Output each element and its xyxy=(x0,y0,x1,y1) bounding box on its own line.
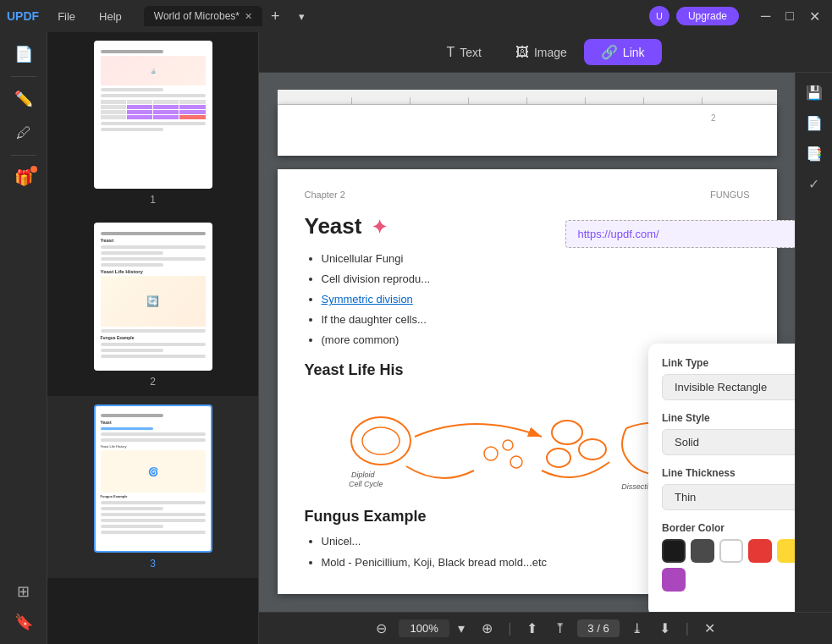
thumb-line xyxy=(101,128,163,131)
left-sidebar: 📄 ✏️ 🖊 🎁 ⊞ 🔖 xyxy=(0,32,47,644)
rt-pdf-icon[interactable]: 📄 xyxy=(800,110,829,135)
page-up-button[interactable]: ⬆ xyxy=(521,617,543,640)
svg-point-0 xyxy=(351,417,410,465)
pdf-viewer[interactable]: 2 Chapter 2 FUNGUS Yeast xyxy=(259,73,795,612)
svg-point-1 xyxy=(362,427,399,454)
sidebar-icon-edit[interactable]: ✏️ xyxy=(7,84,41,114)
thumb-line xyxy=(101,438,206,442)
thumb-table xyxy=(101,100,206,119)
color-swatch-purple[interactable] xyxy=(662,568,686,592)
link-url-bar[interactable]: https://updf.com/ xyxy=(565,220,796,248)
color-swatch-yellow[interactable] xyxy=(777,539,795,563)
link-popup: Link Type Invisible RectangleVisible Rec… xyxy=(648,344,795,612)
sidebar-icon-doc[interactable]: 📄 xyxy=(7,39,41,69)
close-tab-icon[interactable]: ✕ xyxy=(245,11,252,22)
tab-area: World of Microbes* ✕ + xyxy=(144,6,285,26)
active-tab[interactable]: World of Microbes* ✕ xyxy=(144,6,262,26)
rt-save-icon[interactable]: 💾 xyxy=(800,80,829,105)
svg-point-4 xyxy=(547,449,570,467)
file-menu[interactable]: File xyxy=(49,7,84,26)
rt-check-icon[interactable]: ✓ xyxy=(800,171,829,196)
thumbnail-3[interactable]: Yeast Yeast Life History 🌀 Fungus Exampl… xyxy=(47,396,258,578)
help-menu[interactable]: Help xyxy=(91,7,130,26)
color-swatch-darkgray[interactable] xyxy=(691,539,714,563)
line-thickness-section: Line Thickness ThinMediumThick xyxy=(662,467,795,510)
link-type-section: Link Type Invisible RectangleVisible Rec… xyxy=(662,357,795,400)
bullet-list: Unicellular Fungi Cell division reprodu.… xyxy=(305,250,750,350)
tab-dropdown-icon[interactable]: ▾ xyxy=(292,7,311,26)
thumb-line xyxy=(101,329,206,333)
thumb-label-3: 3 xyxy=(150,558,156,570)
page-top-button[interactable]: ⤒ xyxy=(549,617,570,640)
thumb-line xyxy=(101,94,206,97)
thumb-image-3: Yeast Yeast Life History 🌀 Fungus Exampl… xyxy=(94,405,212,553)
border-color-label: Border Color xyxy=(662,522,795,534)
thumb-line xyxy=(101,245,206,249)
line-style-section: Line Style SolidDashedDotted xyxy=(662,412,795,455)
main-area: 📄 ✏️ 🖊 🎁 ⊞ 🔖 🔬 xyxy=(0,32,832,644)
add-tab-button[interactable]: + xyxy=(266,8,285,25)
color-swatch-white[interactable] xyxy=(719,539,743,563)
page-down-button[interactable]: ⬇ xyxy=(654,617,675,640)
sidebar-icon-layers[interactable]: ⊞ xyxy=(7,576,41,607)
zoom-level: 100% xyxy=(399,619,449,637)
svg-text:Cell Cycle: Cell Cycle xyxy=(349,480,383,488)
thumbnail-1[interactable]: 🔬 1 xyxy=(47,32,258,214)
page-bottom-button[interactable]: ⤓ xyxy=(626,617,647,640)
svg-point-10 xyxy=(503,440,513,450)
text-tool-button[interactable]: T Text xyxy=(429,40,498,65)
zoom-in-button[interactable]: ⊕ xyxy=(477,617,498,640)
thumb-content-2: Yeast Yeast Life History 🔄 Fungus Exampl… xyxy=(96,224,211,369)
line-thickness-select[interactable]: ThinMediumThick xyxy=(662,484,795,510)
thumb-line xyxy=(101,513,206,516)
thumbnail-panel: 🔬 1 Ye xyxy=(47,32,259,644)
image-tool-label: Image xyxy=(534,46,567,59)
thumb-line xyxy=(101,519,206,522)
thumb-line xyxy=(101,251,163,255)
separator-2: | xyxy=(682,621,692,636)
link-type-label: Link Type xyxy=(662,357,795,369)
thumb-line xyxy=(101,263,163,267)
list-item: If the daughter cells... xyxy=(322,311,750,329)
title-bar: UPDF File Help World of Microbes* ✕ + ▾ … xyxy=(0,0,832,32)
border-color-section: Border Color xyxy=(662,522,795,592)
image-tool-button[interactable]: 🖼 Image xyxy=(499,40,584,65)
page-indicator: 3 / 6 xyxy=(577,619,619,637)
thumbnail-2[interactable]: Yeast Yeast Life History 🔄 Fungus Exampl… xyxy=(47,214,258,396)
color-swatch-black[interactable] xyxy=(662,539,686,563)
fungus-label: FUNGUS xyxy=(710,190,749,200)
rt-export-icon[interactable]: 📑 xyxy=(800,140,829,166)
thumb-line xyxy=(101,122,206,125)
upgrade-button[interactable]: Upgrade xyxy=(676,7,739,25)
list-item: Symmetric division xyxy=(322,290,750,309)
thumb-label-1: 1 xyxy=(150,194,156,206)
thumb-line xyxy=(101,501,206,504)
svg-point-8 xyxy=(484,447,498,460)
link-url-area: https://updf.com/ xyxy=(565,220,752,248)
chapter-header: Chapter 2 FUNGUS xyxy=(305,190,750,200)
color-swatch-red[interactable] xyxy=(748,539,772,563)
sidebar-icon-bookmark[interactable]: 🔖 xyxy=(7,607,41,637)
thumb-yeast-diagram: 🔄 xyxy=(101,276,206,327)
symmetric-division-link[interactable]: Symmetric division xyxy=(322,293,413,305)
thumb-line xyxy=(101,432,206,436)
viewer-row: 2 Chapter 2 FUNGUS Yeast xyxy=(259,73,832,612)
ruler-top: 2 xyxy=(305,113,750,123)
text-tool-icon: T xyxy=(446,45,455,60)
sidebar-icon-gift[interactable]: 🎁 xyxy=(7,162,41,193)
close-button[interactable]: ✕ xyxy=(804,7,825,26)
sidebar-icon-annotate[interactable]: 🖊 xyxy=(7,118,41,148)
zoom-out-button[interactable]: ⊖ xyxy=(371,617,392,640)
link-tool-button[interactable]: 🔗 Link xyxy=(584,39,662,65)
minimize-button[interactable]: ─ xyxy=(756,7,775,26)
line-style-select[interactable]: SolidDashedDotted xyxy=(662,429,795,455)
link-type-select[interactable]: Invisible RectangleVisible Rectangle xyxy=(662,374,795,400)
close-bottom-button[interactable]: ✕ xyxy=(699,617,720,640)
zoom-dropdown-button[interactable]: ▾ xyxy=(453,617,470,640)
thumb-line xyxy=(101,343,206,346)
thumb-line xyxy=(101,50,163,53)
maximize-button[interactable]: □ xyxy=(780,7,799,26)
thumb-line xyxy=(101,414,163,417)
avatar: U xyxy=(649,6,669,26)
thumb-label-2: 2 xyxy=(150,376,156,388)
